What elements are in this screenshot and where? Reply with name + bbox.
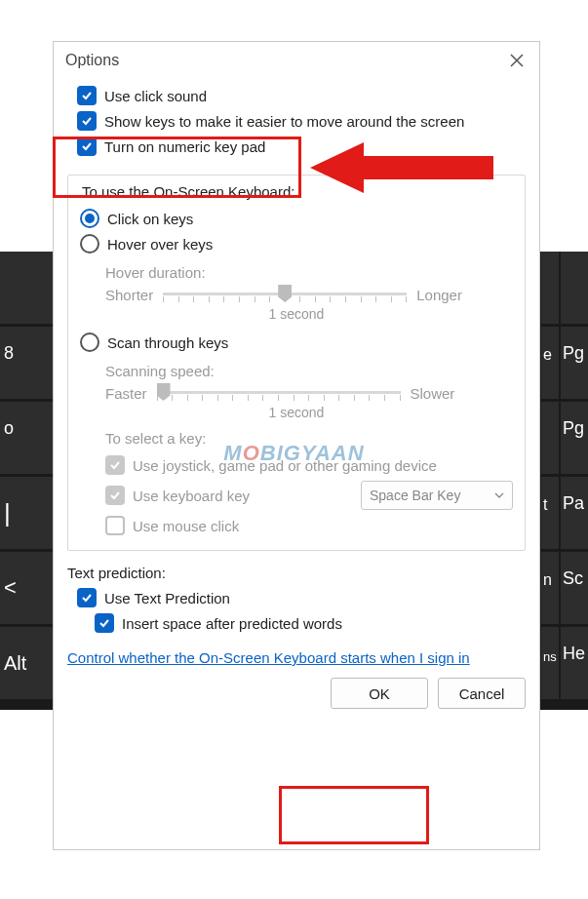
- checkbox-label: Turn on numeric key pad: [104, 138, 265, 155]
- osk-key[interactable]: t: [541, 477, 559, 549]
- osk-key[interactable]: He: [561, 627, 588, 699]
- hover-duration-value: 1 second: [78, 306, 515, 322]
- osk-right-column: Pg Pg Pa Sc He: [561, 252, 588, 699]
- ok-button[interactable]: OK: [331, 678, 428, 709]
- select-key-label: To select a key:: [78, 430, 515, 447]
- osk-key[interactable]: [0, 252, 53, 324]
- dialog-button-row: OK Cancel: [67, 678, 526, 709]
- keyboard-key-select[interactable]: Space Bar Key: [361, 481, 513, 510]
- radio-row-scan[interactable]: Scan through keys: [78, 330, 515, 355]
- checkbox-row-click-sound[interactable]: Use click sound: [67, 83, 526, 108]
- hover-duration-slider-row: Shorter Longer: [78, 283, 515, 306]
- checkbox-icon: [77, 588, 97, 607]
- checkbox-row-numeric-pad[interactable]: Turn on numeric key pad: [67, 134, 526, 159]
- checkbox-row-use-text-prediction[interactable]: Use Text Prediction: [67, 585, 526, 610]
- osk-key[interactable]: [541, 252, 559, 324]
- osk-key[interactable]: Sc: [561, 552, 588, 624]
- cancel-button[interactable]: Cancel: [438, 678, 526, 709]
- osk-key[interactable]: o: [0, 402, 53, 474]
- radio-icon: [80, 332, 99, 352]
- osk-key[interactable]: [541, 402, 559, 474]
- text-prediction-title: Text prediction:: [67, 565, 526, 581]
- chevron-down-icon: [494, 490, 504, 500]
- keyboard-use-group: To use the On-Screen Keyboard: Click on …: [67, 175, 526, 551]
- checkbox-row-joystick[interactable]: Use joystick, game pad or other gaming d…: [78, 452, 515, 478]
- dialog-titlebar: Options: [54, 42, 539, 77]
- scan-speed-slider[interactable]: [157, 381, 401, 405]
- checkbox-icon: [77, 111, 97, 131]
- osk-key[interactable]: <: [0, 552, 53, 624]
- checkbox-row-insert-space[interactable]: Insert space after predicted words: [67, 610, 526, 636]
- osk-key[interactable]: ns: [541, 627, 559, 699]
- osk-key[interactable]: Pg: [561, 327, 588, 399]
- radio-icon: [80, 234, 99, 254]
- slider-min-label: Faster: [105, 385, 147, 402]
- checkbox-row-mouse-click[interactable]: Use mouse click: [78, 513, 515, 538]
- options-dialog: Options Use click sound Show keys to mak…: [53, 41, 540, 850]
- osk-key[interactable]: 8: [0, 327, 53, 399]
- checkbox-row-show-keys[interactable]: Show keys to make it easier to move arou…: [67, 108, 526, 134]
- dialog-title: Options: [65, 52, 119, 69]
- checkbox-icon: [77, 137, 97, 156]
- scan-speed-value: 1 second: [78, 405, 515, 420]
- scan-speed-label: Scanning speed:: [78, 363, 515, 379]
- checkbox-row-keyboard-key[interactable]: Use keyboard key Space Bar Key: [78, 478, 515, 513]
- hover-duration-label: Hover duration:: [78, 264, 515, 281]
- radio-row-hover[interactable]: Hover over keys: [78, 231, 515, 256]
- osk-mid-column: e t n ns: [541, 252, 559, 699]
- osk-key[interactable]: n: [541, 552, 559, 624]
- checkbox-icon: [95, 613, 114, 633]
- checkbox-label: Use joystick, game pad or other gaming d…: [133, 457, 437, 474]
- select-value: Space Bar Key: [370, 488, 460, 503]
- osk-key[interactable]: e: [541, 327, 559, 399]
- osk-left-column: 8 o | < Alt: [0, 252, 53, 699]
- scan-speed-slider-row: Faster Slower: [78, 381, 515, 405]
- slider-min-label: Shorter: [105, 287, 153, 303]
- checkbox-label: Use keyboard key: [133, 488, 250, 504]
- checkbox-label: Use Text Prediction: [104, 590, 230, 606]
- checkbox-icon: [105, 516, 125, 535]
- close-button[interactable]: [506, 50, 528, 71]
- osk-key[interactable]: Alt: [0, 627, 53, 699]
- radio-label: Scan through keys: [107, 334, 228, 351]
- radio-icon: [80, 209, 99, 228]
- radio-row-click[interactable]: Click on keys: [78, 206, 515, 231]
- slider-max-label: Longer: [416, 287, 462, 303]
- checkbox-label: Insert space after predicted words: [122, 615, 342, 632]
- checkbox-icon: [77, 86, 97, 105]
- osk-key[interactable]: Pg: [561, 402, 588, 474]
- osk-key[interactable]: [561, 252, 588, 324]
- checkbox-label: Show keys to make it easier to move arou…: [104, 113, 464, 130]
- checkbox-icon: [105, 486, 125, 505]
- group-title: To use the On-Screen Keyboard:: [78, 183, 298, 200]
- radio-label: Click on keys: [107, 211, 193, 227]
- dialog-content: Use click sound Show keys to make it eas…: [54, 77, 539, 721]
- hover-duration-slider[interactable]: [163, 283, 407, 306]
- osk-key[interactable]: |: [0, 477, 53, 549]
- radio-label: Hover over keys: [107, 236, 213, 253]
- checkbox-label: Use mouse click: [133, 518, 239, 534]
- startup-link[interactable]: Control whether the On-Screen Keyboard s…: [67, 649, 470, 666]
- checkbox-icon: [105, 455, 125, 475]
- slider-max-label: Slower: [411, 385, 455, 402]
- osk-key[interactable]: Pa: [561, 477, 588, 549]
- close-icon: [510, 54, 524, 67]
- checkbox-label: Use click sound: [104, 88, 207, 104]
